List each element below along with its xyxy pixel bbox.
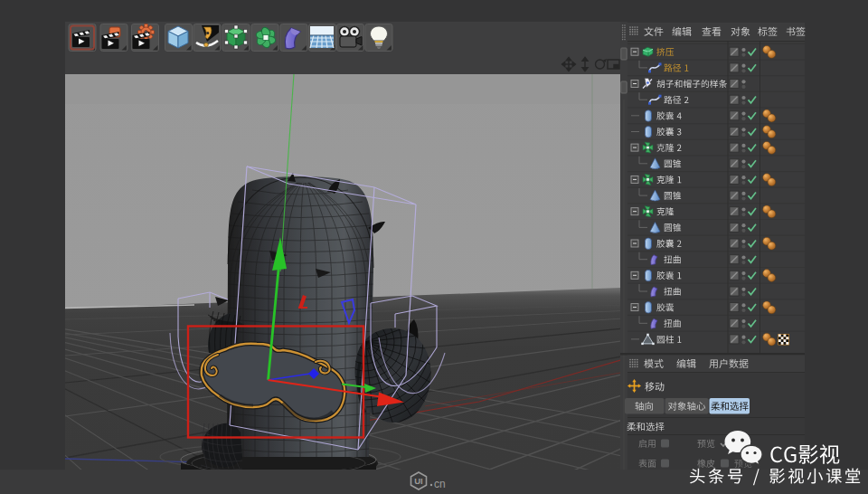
svg-text:cn: cn (434, 478, 446, 490)
svg-text:UI: UI (414, 476, 423, 486)
